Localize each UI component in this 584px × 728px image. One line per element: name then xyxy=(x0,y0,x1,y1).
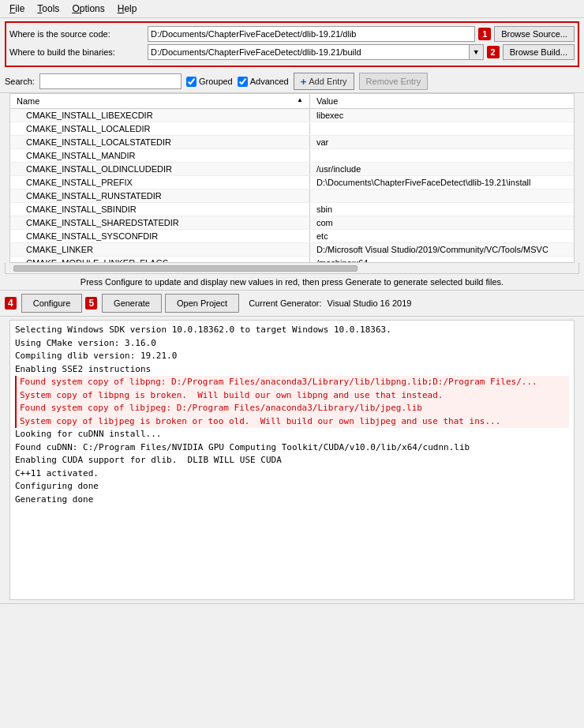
table-row[interactable]: CMAKE_MODULE_LINKER_FLAGS /machine:x64 xyxy=(10,257,574,263)
menu-options[interactable]: Options xyxy=(66,2,110,16)
log-line: System copy of libjpeg is broken or too … xyxy=(15,415,569,429)
table-row[interactable]: CMAKE_INSTALL_SHAREDSTATEDIR com xyxy=(10,216,574,230)
row-name: CMAKE_INSTALL_RUNSTATEDIR xyxy=(10,190,310,202)
table-row[interactable]: CMAKE_INSTALL_PREFIX D:\Documents\Chapte… xyxy=(10,176,574,190)
badge-4: 4 xyxy=(5,297,17,310)
source-input[interactable] xyxy=(148,26,475,42)
grouped-checkbox[interactable] xyxy=(186,77,197,87)
row-value xyxy=(310,149,574,162)
browse-build-button[interactable]: Browse Build... xyxy=(503,44,575,60)
table-row[interactable]: CMAKE_LINKER D:/Microsoft Visual Studio/… xyxy=(10,243,574,257)
log-line: Compiling dlib version: 19.21.0 xyxy=(15,350,569,363)
row-value: var xyxy=(310,136,574,148)
row-name: CMAKE_MODULE_LINKER_FLAGS xyxy=(10,257,310,263)
row-name: CMAKE_INSTALL_LOCALEDIR xyxy=(10,122,310,135)
badge-5: 5 xyxy=(85,297,97,310)
path-section: Where is the source code: 1 Browse Sourc… xyxy=(5,21,579,67)
plus-icon: + xyxy=(301,76,307,88)
search-bar: Search: Grouped Advanced + Add Entry Rem… xyxy=(0,70,584,93)
add-entry-label: Add Entry xyxy=(309,77,346,86)
table-body: CMAKE_INSTALL_LIBEXECDIR libexec CMAKE_I… xyxy=(10,109,574,263)
build-input[interactable] xyxy=(148,44,470,60)
row-value: /machine:x64 xyxy=(310,257,574,263)
menu-file[interactable]: File xyxy=(3,2,31,16)
bottom-scrollbar[interactable] xyxy=(0,603,584,614)
col-value-header: Value xyxy=(310,94,574,108)
configure-button[interactable]: Configure xyxy=(21,294,83,313)
build-label: Where to build the binaries: xyxy=(9,47,148,57)
row-value: sbin xyxy=(310,203,574,216)
table-row[interactable]: CMAKE_INSTALL_LOCALEDIR xyxy=(10,122,574,136)
search-label: Search: xyxy=(5,77,35,86)
row-name: CMAKE_INSTALL_SHAREDSTATEDIR xyxy=(10,216,310,229)
table-row[interactable]: CMAKE_INSTALL_SYSCONFDIR etc xyxy=(10,230,574,243)
table-hscrollbar[interactable] xyxy=(5,263,579,274)
row-value xyxy=(310,122,574,135)
build-row: Where to build the binaries: ▼ 2 Browse … xyxy=(9,44,575,60)
log-line: System copy of libpng is broken. Will bu… xyxy=(15,389,569,403)
menu-tools[interactable]: Tools xyxy=(31,2,66,16)
log-line: Configuring done xyxy=(15,480,569,493)
log-line: Found cuDNN: C:/Program Files/NVIDIA GPU… xyxy=(15,441,569,455)
table-header: Name ▲ Value xyxy=(10,94,574,109)
log-line: C++11 activated. xyxy=(15,467,569,481)
row-value: D:/Microsoft Visual Studio/2019/Communit… xyxy=(310,243,574,256)
badge-2: 2 xyxy=(487,46,500,58)
browse-source-button[interactable]: Browse Source... xyxy=(494,26,575,42)
row-name: CMAKE_INSTALL_LIBEXECDIR xyxy=(10,109,310,122)
col-name-header: Name ▲ xyxy=(10,94,310,108)
grouped-label: Grouped xyxy=(199,77,233,86)
log-line: Using CMake version: 3.16.0 xyxy=(15,337,569,351)
row-name: CMAKE_INSTALL_PREFIX xyxy=(10,176,310,189)
advanced-checkbox[interactable] xyxy=(238,77,248,87)
open-project-button[interactable]: Open Project xyxy=(165,294,239,313)
remove-entry-button[interactable]: Remove Entry xyxy=(359,73,429,90)
table-row[interactable]: CMAKE_INSTALL_OLDINCLUDEDIR /usr/include xyxy=(10,163,574,176)
source-label: Where is the source code: xyxy=(9,29,148,39)
advanced-checkbox-group: Advanced xyxy=(238,77,289,87)
table-row[interactable]: CMAKE_INSTALL_MANDIR xyxy=(10,149,574,163)
sort-icon: ▲ xyxy=(297,96,303,103)
generate-button[interactable]: Generate xyxy=(102,294,162,313)
log-line: Found system copy of libjpeg: D:/Program… xyxy=(15,402,569,415)
table-row[interactable]: CMAKE_INSTALL_RUNSTATEDIR xyxy=(10,190,574,203)
row-value: /usr/include xyxy=(310,163,574,175)
info-text: Press Configure to update and display ne… xyxy=(0,274,584,291)
table-row[interactable]: CMAKE_INSTALL_LIBEXECDIR libexec xyxy=(10,109,574,122)
log-line: Enabling SSE2 instructions xyxy=(15,363,569,377)
badge-1: 1 xyxy=(478,28,491,40)
output-log: Selecting Windows SDK version 10.0.18362… xyxy=(9,320,575,600)
table-row[interactable]: CMAKE_INSTALL_SBINDIR sbin xyxy=(10,203,574,216)
row-name: CMAKE_INSTALL_OLDINCLUDEDIR xyxy=(10,163,310,175)
action-row: 4 Configure 5 Generate Open Project Curr… xyxy=(0,291,584,317)
log-line: Found system copy of libpng: D:/Program … xyxy=(15,376,569,389)
log-line: Selecting Windows SDK version 10.0.18362… xyxy=(15,324,569,337)
table-row[interactable]: CMAKE_INSTALL_LOCALSTATEDIR var xyxy=(10,136,574,149)
row-name: CMAKE_LINKER xyxy=(10,243,310,256)
menu-help[interactable]: Help xyxy=(111,2,144,16)
generator-label: Current Generator: Visual Studio 16 2019 xyxy=(249,298,411,308)
row-value: D:\Documents\ChapterFiveFaceDetect\dlib-… xyxy=(310,176,574,189)
row-value: libexec xyxy=(310,109,574,122)
row-value: com xyxy=(310,216,574,229)
log-line: Enabling CUDA support for dlib. DLIB WIL… xyxy=(15,454,569,467)
row-value: etc xyxy=(310,230,574,242)
search-input[interactable] xyxy=(39,73,182,89)
row-name: CMAKE_INSTALL_MANDIR xyxy=(10,149,310,162)
row-name: CMAKE_INSTALL_SYSCONFDIR xyxy=(10,230,310,242)
row-value xyxy=(310,190,574,202)
grouped-checkbox-group: Grouped xyxy=(186,77,233,87)
advanced-label: Advanced xyxy=(250,77,289,86)
add-entry-button[interactable]: + Add Entry xyxy=(294,73,354,90)
row-name: CMAKE_INSTALL_SBINDIR xyxy=(10,203,310,216)
log-line: Looking for cuDNN install... xyxy=(15,428,569,441)
row-name: CMAKE_INSTALL_LOCALSTATEDIR xyxy=(10,136,310,148)
build-dropdown[interactable]: ▼ xyxy=(470,44,484,60)
log-line: Generating done xyxy=(15,493,569,507)
cmake-table: Name ▲ Value CMAKE_INSTALL_LIBEXECDIR li… xyxy=(9,93,575,263)
menubar: File Tools Options Help xyxy=(0,0,584,18)
source-row: Where is the source code: 1 Browse Sourc… xyxy=(9,26,575,42)
